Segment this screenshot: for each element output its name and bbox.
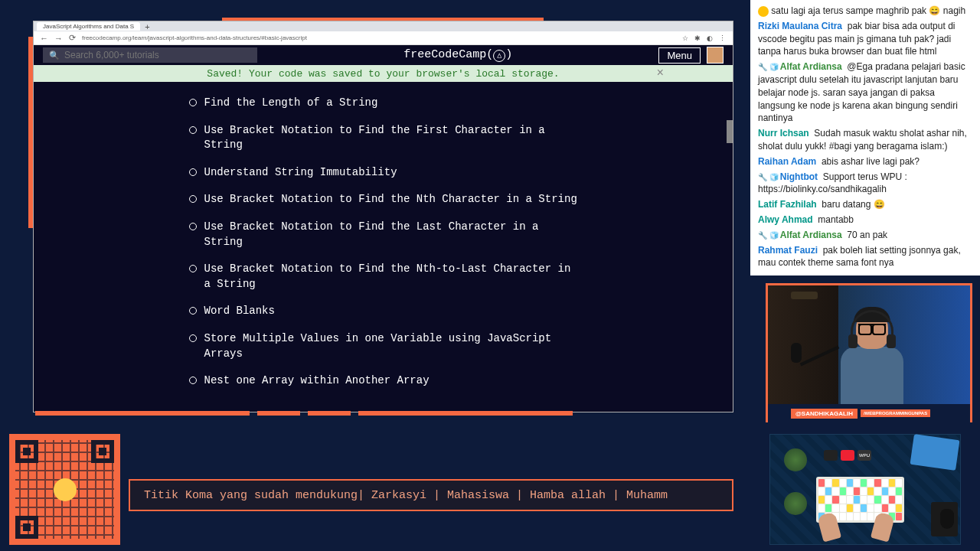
radio-icon — [189, 168, 197, 176]
lamp-prop — [791, 292, 818, 299]
chat-message: Latif Fazhilah baru datang 😄 — [758, 198, 972, 211]
lesson-label: Find the Length of a String — [204, 96, 378, 111]
chat-username[interactable]: Latif Fazhilah — [758, 199, 817, 210]
chat-message: satu lagi aja terus sampe maghrib pak 😄 … — [758, 5, 972, 18]
microphone-icon — [791, 343, 802, 363]
chat-message: Rizki Maulana Citra pak biar bisa ada ou… — [758, 20, 972, 58]
lesson-label: Use Bracket Notation to Find the Nth Cha… — [204, 192, 577, 207]
menu-dots-icon[interactable]: ⋮ — [719, 34, 727, 42]
main-stream-area: JavaScript Algorithms and Data S + ← → ⟳… — [8, 6, 743, 423]
chat-username[interactable]: Nightbot — [780, 171, 818, 182]
chat-username[interactable]: Rahmat Fauzi — [758, 245, 818, 256]
chat-message: 🔧 🧊Alfat Ardiansa @Ega pradana pelajari … — [758, 60, 972, 125]
chat-username[interactable]: Raihan Adam — [758, 156, 816, 167]
chat-message: Nurr Ichsan Sudah masuk waktu sholat ash… — [758, 127, 972, 153]
webcam-footer: @SANDHIKAGALIH /WEBPROGRAMMINGUNPAS — [768, 404, 970, 422]
supporter-ticker: Titik Koma yang sudah mendukung| Zarkasy… — [129, 479, 733, 511]
profile-icon[interactable]: ◐ — [707, 34, 714, 42]
wrench-icon: 🔧 🧊 — [758, 231, 779, 240]
radio-icon — [189, 307, 197, 315]
chat-username[interactable]: Alwy Ahmad — [758, 214, 813, 225]
qr-code — [9, 434, 120, 545]
fcc-header: 🔍 freeCodeCamp(△) Menu — [34, 45, 733, 65]
browser-tab[interactable]: JavaScript Algorithms and Data S — [37, 22, 140, 31]
chat-username[interactable]: Alfat Ardiansa — [780, 61, 842, 72]
keyboard-cam-panel: WPU — [769, 434, 961, 545]
accent-segments — [35, 411, 573, 416]
controller-icon — [841, 450, 854, 461]
mouse-prop — [940, 509, 954, 529]
lesson-list[interactable]: Find the Length of a String Use Bracket … — [177, 82, 590, 412]
lesson-item[interactable]: Use Bracket Notation to Find the Nth-to-… — [189, 262, 578, 292]
qr-avatar-icon — [54, 478, 77, 501]
radio-icon — [189, 126, 197, 134]
radio-icon — [189, 223, 197, 230]
mic-arm — [800, 346, 840, 367]
plant-icon — [784, 448, 807, 471]
forward-icon[interactable]: → — [54, 34, 63, 43]
lesson-label: Store Multiple Values in one Variable us… — [204, 331, 578, 361]
fire-icon: △ — [493, 50, 505, 62]
chat-username[interactable]: Nurr Ichsan — [758, 128, 809, 139]
lesson-label: Use Bracket Notation to Find the First C… — [204, 123, 578, 153]
ticker-text: Titik Koma yang sudah mendukung| Zarkasy… — [144, 489, 668, 502]
radio-icon — [189, 99, 197, 106]
webcam-feed — [768, 285, 970, 404]
chat-message: 🔧 🧊Nightbot Support terus WPU : https://… — [758, 171, 972, 197]
chat-panel[interactable]: satu lagi aja terus sampe maghrib pak 😄 … — [750, 0, 980, 276]
tablet-prop — [910, 434, 960, 471]
radio-icon — [189, 377, 197, 384]
reload-icon[interactable]: ⟳ — [69, 33, 76, 43]
lesson-item[interactable]: Understand String Immutability — [189, 165, 578, 181]
chat-message: Rahmat Fauzi pak boleh liat setting json… — [758, 244, 972, 270]
emoji-icon — [758, 6, 769, 17]
close-icon[interactable]: × — [656, 67, 664, 80]
scrollbar-thumb[interactable] — [727, 120, 733, 143]
search-box[interactable]: 🔍 — [43, 47, 257, 63]
lesson-item[interactable]: Nest one Array within Another Array — [189, 373, 578, 389]
search-icon: 🔍 — [49, 51, 60, 60]
browser-window: JavaScript Algorithms and Data S + ← → ⟳… — [33, 21, 733, 412]
controller-icon — [824, 450, 838, 461]
radio-icon — [189, 334, 197, 342]
fcc-logo[interactable]: freeCodeCamp(△) — [257, 48, 658, 62]
social-sub: /WEBPROGRAMMINGUNPAS — [861, 409, 930, 417]
lesson-label: Word Blanks — [204, 304, 275, 319]
lesson-item[interactable]: Word Blanks — [189, 304, 578, 319]
chat-username[interactable]: Rizki Maulana Citra — [758, 21, 842, 31]
plant-icon — [784, 492, 807, 515]
lesson-label: Nest one Array within Another Array — [204, 373, 430, 389]
social-handle: @SANDHIKAGALIH — [791, 409, 858, 419]
webcam-panel: @SANDHIKAGALIH /WEBPROGRAMMINGUNPAS — [766, 283, 972, 422]
wpu-badge: WPU — [858, 450, 871, 461]
chat-message: 🔧 🧊Alfat Ardiansa 70 an pak — [758, 229, 972, 242]
address-actions: ☆ ✱ ◐ ⋮ — [682, 34, 727, 42]
browser-tabbar: JavaScript Algorithms and Data S + — [34, 21, 733, 31]
browser-addressbar: ← → ⟳ freecodecamp.org/learn/javascript-… — [34, 31, 733, 45]
streamer-body — [841, 347, 903, 404]
menu-button[interactable]: Menu — [658, 47, 701, 64]
lesson-label: Use Bracket Notation to Find the Last Ch… — [204, 220, 578, 249]
extension-icon[interactable]: ✱ — [694, 34, 702, 42]
lesson-item[interactable]: Find the Length of a String — [189, 96, 578, 111]
new-tab-icon[interactable]: + — [145, 22, 149, 31]
lesson-item[interactable]: Use Bracket Notation to Find the Nth Cha… — [189, 192, 578, 207]
chat-username[interactable]: Alfat Ardiansa — [780, 230, 842, 240]
wrench-icon: 🔧 🧊 — [758, 63, 779, 71]
save-banner: Saved! Your code was saved to your brows… — [34, 65, 733, 82]
star-icon[interactable]: ☆ — [682, 34, 690, 42]
desk-surface: WPU — [770, 435, 960, 544]
content-area: Find the Length of a String Use Bracket … — [34, 82, 733, 412]
avatar[interactable] — [707, 47, 724, 64]
chat-message: Alwy Ahmad mantabb — [758, 214, 972, 227]
back-icon[interactable]: ← — [40, 34, 48, 43]
lesson-item[interactable]: Use Bracket Notation to Find the Last Ch… — [189, 220, 578, 249]
url-field[interactable]: freecodecamp.org/learn/javascript-algori… — [82, 34, 676, 41]
search-input[interactable] — [64, 50, 251, 60]
lesson-item[interactable]: Use Bracket Notation to Find the First C… — [189, 123, 578, 153]
lesson-item[interactable]: Store Multiple Values in one Variable us… — [189, 331, 578, 361]
lesson-label: Use Bracket Notation to Find the Nth-to-… — [204, 262, 578, 292]
save-banner-text: Saved! Your code was saved to your brows… — [207, 68, 559, 80]
radio-icon — [189, 195, 197, 203]
radio-icon — [189, 265, 197, 272]
